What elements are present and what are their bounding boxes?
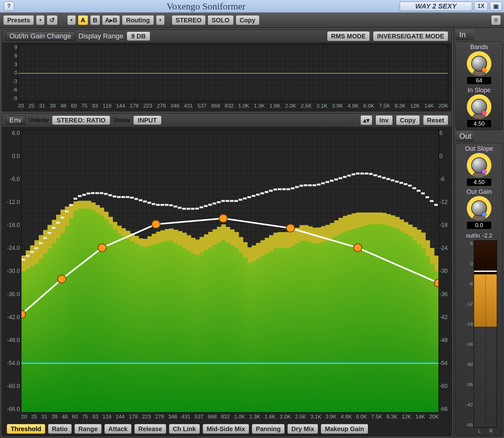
gain-graph[interactable]: [18, 44, 448, 102]
param-panning[interactable]: Panning: [252, 424, 285, 434]
underlay-select[interactable]: STEREO: RATIO: [52, 115, 110, 125]
svg-rect-317: [286, 188, 290, 190]
svg-rect-260: [39, 242, 43, 244]
svg-rect-252: [421, 248, 426, 412]
svg-rect-188: [143, 247, 148, 412]
env-y-axis-right: 60-6-12-18-24-30-36-42-48-54-60-66: [439, 130, 451, 413]
presets-button[interactable]: Presets: [3, 15, 34, 25]
svg-rect-313: [269, 190, 273, 192]
env-display-select[interactable]: INPUT: [133, 115, 162, 125]
svg-point-355: [98, 244, 106, 252]
param-range[interactable]: Range: [74, 424, 102, 434]
svg-rect-346: [412, 187, 416, 189]
svg-rect-283: [139, 199, 142, 201]
param-attack[interactable]: Attack: [104, 424, 132, 434]
svg-rect-318: [291, 187, 295, 189]
help-button[interactable]: ?: [4, 2, 14, 11]
out-slope-value[interactable]: 4.50: [467, 178, 492, 186]
svg-rect-249: [408, 237, 413, 412]
slot-a-button[interactable]: A: [78, 15, 88, 25]
svg-rect-247: [399, 231, 404, 412]
svg-rect-242: [378, 224, 382, 412]
preset-name-display[interactable]: WAY 2 SEXY: [400, 2, 472, 11]
svg-rect-263: [52, 227, 56, 229]
oversampling-button[interactable]: 1X: [474, 2, 488, 11]
out-gain-knob[interactable]: [467, 196, 491, 221]
svg-rect-166: [48, 248, 52, 412]
svg-rect-171: [69, 218, 74, 412]
window-mode-button[interactable]: ▣: [490, 2, 502, 11]
svg-rect-167: [52, 243, 57, 412]
rms-mode-button[interactable]: RMS MODE: [327, 31, 370, 41]
in-slope-value[interactable]: 4.50: [467, 120, 492, 128]
svg-rect-233: [339, 233, 343, 412]
out-gain-value[interactable]: 0.0: [467, 221, 492, 229]
presets-dropdown[interactable]: [36, 15, 45, 25]
inverse-gate-button[interactable]: INVERSE/GATE MODE: [373, 31, 448, 41]
solo-button[interactable]: SOLO: [208, 15, 234, 25]
svg-rect-294: [186, 208, 190, 210]
param-makeup-gain[interactable]: Makeup Gain: [321, 424, 368, 434]
svg-rect-349: [426, 196, 429, 198]
out-slope-knob[interactable]: [467, 153, 491, 177]
svg-rect-209: [234, 248, 239, 412]
svg-rect-170: [65, 226, 70, 412]
svg-rect-222: [291, 246, 295, 412]
svg-rect-183: [121, 236, 126, 412]
svg-rect-295: [191, 208, 195, 210]
stepper-button[interactable]: ▴▾: [360, 115, 372, 125]
param-mid-side-mix[interactable]: Mid-Side Mix: [203, 424, 249, 434]
svg-rect-160: [21, 271, 26, 412]
stereo-button[interactable]: STEREO: [172, 15, 206, 25]
copy-a-to-b-button[interactable]: A▸B: [102, 15, 120, 25]
in-tab[interactable]: In: [455, 30, 474, 40]
svg-rect-267: [69, 204, 73, 206]
svg-rect-328: [334, 178, 338, 180]
svg-rect-226: [308, 242, 313, 412]
svg-rect-311: [261, 192, 264, 194]
copy-button[interactable]: Copy: [236, 15, 260, 25]
routing-button[interactable]: Routing: [122, 15, 154, 25]
param-dry-mix[interactable]: Dry Mix: [287, 424, 318, 434]
routing-dropdown[interactable]: [156, 15, 165, 25]
undo-button[interactable]: ↺: [47, 15, 58, 25]
out-tab[interactable]: Out: [455, 131, 474, 142]
svg-rect-225: [304, 241, 308, 412]
svg-rect-182: [117, 233, 122, 412]
svg-rect-289: [165, 204, 169, 206]
svg-rect-282: [135, 198, 138, 200]
param-release[interactable]: Release: [134, 424, 166, 434]
out-slope-label: Out Slope: [465, 145, 493, 152]
slot-b-button[interactable]: B: [90, 15, 100, 25]
inv-button[interactable]: Inv: [375, 115, 393, 125]
display-range-select[interactable]: 9 DB: [127, 31, 151, 41]
svg-rect-180: [108, 225, 113, 412]
svg-rect-341: [391, 179, 394, 181]
svg-rect-181: [113, 230, 117, 412]
svg-rect-345: [408, 185, 412, 187]
param-ch-link[interactable]: Ch Link: [169, 424, 200, 434]
svg-rect-273: [95, 192, 99, 194]
output-meter[interactable]: 60-6-12-18-24-30-36-42-48: [474, 240, 497, 428]
param-threshold[interactable]: Threshold: [7, 424, 45, 434]
svg-rect-261: [43, 237, 47, 239]
svg-rect-281: [130, 197, 134, 199]
in-slope-knob[interactable]: [467, 94, 491, 119]
bands-value[interactable]: 64: [467, 76, 492, 85]
svg-rect-223: [295, 243, 300, 412]
bands-knob[interactable]: [467, 51, 491, 76]
svg-rect-164: [39, 259, 43, 412]
reset-button[interactable]: Reset: [423, 115, 448, 125]
out-gain-label: Out Gain: [467, 188, 492, 195]
svg-rect-227: [312, 243, 317, 412]
param-ratio[interactable]: Ratio: [48, 424, 72, 434]
env-graph[interactable]: [21, 130, 439, 413]
bands-label: Bands: [470, 43, 488, 51]
svg-rect-202: [204, 250, 209, 412]
menu-button[interactable]: ≡: [491, 15, 501, 25]
env-copy-button[interactable]: Copy: [396, 115, 420, 125]
history-dropdown[interactable]: [67, 15, 76, 25]
svg-rect-229: [321, 242, 326, 412]
svg-rect-246: [395, 229, 400, 412]
svg-rect-312: [265, 191, 268, 193]
